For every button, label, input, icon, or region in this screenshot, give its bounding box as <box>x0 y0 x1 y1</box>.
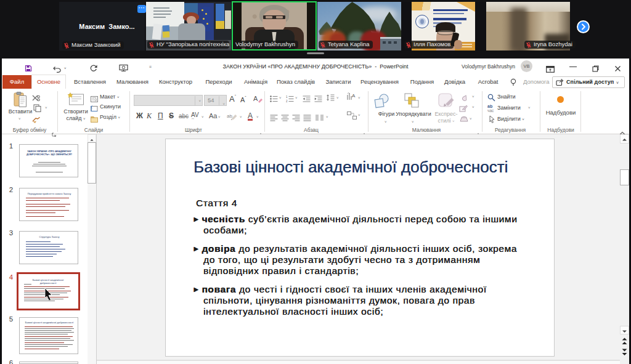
svg-text:2: 2 <box>286 100 288 102</box>
svg-text:час: час <box>487 108 494 113</box>
svg-text:А: А <box>352 93 356 99</box>
svg-text:1: 1 <box>286 95 288 99</box>
svg-text:А: А <box>253 95 258 102</box>
svg-text:ab: ab <box>487 104 492 108</box>
svg-text:ab: ab <box>227 113 232 119</box>
